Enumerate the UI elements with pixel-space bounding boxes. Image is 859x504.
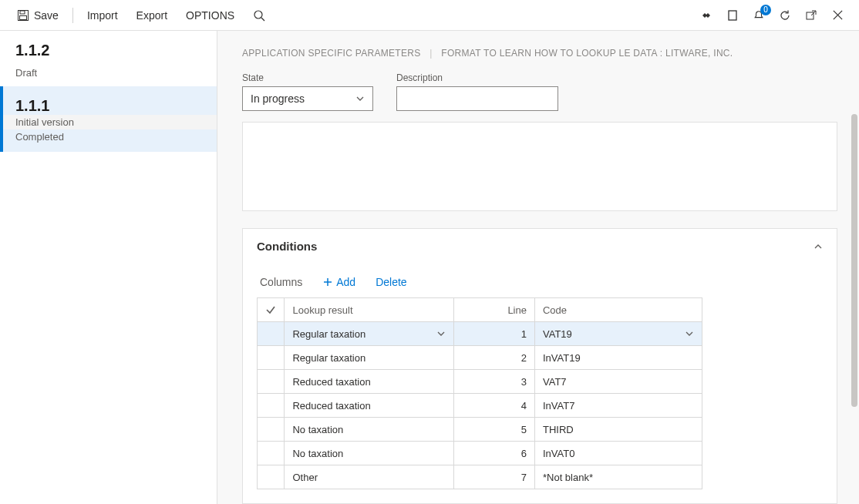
state-select[interactable]: In progress	[242, 86, 373, 111]
grid-header-check[interactable]	[258, 298, 285, 322]
row-check-cell[interactable]	[258, 418, 285, 442]
grid-header-line[interactable]: Line	[453, 298, 534, 322]
search-icon	[253, 9, 265, 22]
version-sidebar: 1.1.2 Draft 1.1.1 Initial version Comple…	[0, 31, 217, 504]
scrollbar[interactable]	[851, 114, 857, 407]
code-cell[interactable]: VAT19	[534, 322, 702, 346]
line-cell: 2	[453, 346, 534, 370]
svg-line-4	[261, 18, 264, 21]
conditions-title: Conditions	[257, 240, 317, 253]
row-check-cell[interactable]	[258, 370, 285, 394]
breadcrumb-part: APPLICATION SPECIFIC PARAMETERS	[242, 48, 421, 59]
conditions-grid: Lookup result Line Code Regular taxation…	[257, 297, 702, 489]
state-field: State In progress	[242, 72, 373, 111]
conditions-panel: Conditions Columns Add Delete	[242, 228, 837, 504]
columns-button[interactable]: Columns	[260, 276, 302, 288]
import-button[interactable]: Import	[79, 6, 126, 25]
description-field: Description	[396, 72, 558, 111]
lookup-cell[interactable]: No taxation	[285, 418, 453, 442]
breadcrumb-separator: |	[430, 48, 432, 59]
svg-point-3	[254, 11, 262, 18]
line-cell: 1	[453, 322, 534, 346]
lookup-cell[interactable]: Regular taxation	[285, 346, 453, 370]
table-row[interactable]: Other7*Not blank*	[258, 465, 702, 489]
connector-icon[interactable]	[700, 9, 712, 22]
svg-rect-5	[729, 11, 736, 20]
lookup-cell[interactable]: Other	[285, 465, 453, 489]
conditions-header[interactable]: Conditions	[243, 229, 837, 264]
table-row[interactable]: Regular taxation2InVAT19	[258, 346, 702, 370]
popout-icon[interactable]	[805, 9, 817, 22]
add-button[interactable]: Add	[322, 276, 355, 288]
conditions-body: Columns Add Delete Lookup result	[243, 264, 837, 503]
chevron-down-icon	[355, 94, 365, 103]
notifications-badge: 0	[760, 5, 771, 15]
lookup-cell[interactable]: No taxation	[285, 442, 453, 465]
lookup-cell[interactable]: Reduced taxation	[285, 394, 453, 418]
line-cell: 7	[453, 465, 534, 489]
office-icon[interactable]	[726, 9, 739, 22]
row-check-cell[interactable]	[258, 465, 285, 489]
line-cell: 3	[453, 370, 534, 394]
chevron-down-icon	[436, 329, 446, 338]
grid-header-lookup[interactable]: Lookup result	[285, 298, 453, 322]
save-label: Save	[34, 9, 59, 22]
breadcrumb: APPLICATION SPECIFIC PARAMETERS | FORMAT…	[242, 48, 837, 59]
code-cell[interactable]: THIRD	[534, 418, 702, 442]
svg-rect-1	[20, 11, 25, 14]
description-label: Description	[396, 72, 558, 83]
upper-panel	[242, 122, 837, 211]
table-row[interactable]: Reduced taxation4InVAT7	[258, 394, 702, 418]
close-icon[interactable]	[831, 9, 844, 22]
row-check-cell[interactable]	[258, 394, 285, 418]
table-row[interactable]: Regular taxation1VAT19	[258, 322, 702, 346]
code-cell[interactable]: InVAT0	[534, 442, 702, 465]
state-label: State	[242, 72, 373, 83]
description-input[interactable]	[396, 86, 558, 111]
state-value: In progress	[251, 92, 305, 105]
form-row: State In progress Description	[242, 72, 837, 111]
table-row[interactable]: No taxation5THIRD	[258, 418, 702, 442]
code-cell[interactable]: InVAT7	[534, 394, 702, 418]
refresh-icon[interactable]	[779, 9, 791, 22]
code-cell[interactable]: VAT7	[534, 370, 702, 394]
grid-toolbar: Columns Add Delete	[257, 270, 823, 297]
lookup-cell[interactable]: Reduced taxation	[285, 370, 453, 394]
version-item[interactable]: 1.1.2 Draft	[0, 31, 217, 86]
save-button[interactable]: Save	[9, 6, 66, 25]
toolbar: Save Import Export OPTIONS 0	[0, 0, 859, 31]
search-button[interactable]	[245, 6, 273, 25]
version-detail: Completed	[15, 129, 201, 144]
grid-header-code[interactable]: Code	[534, 298, 702, 322]
titlebar-icons: 0	[700, 9, 850, 22]
row-check-cell[interactable]	[258, 346, 285, 370]
code-cell[interactable]: *Not blank*	[534, 465, 702, 489]
svg-rect-6	[807, 12, 814, 19]
version-number: 1.1.1	[15, 97, 201, 115]
version-detail: Initial version	[3, 115, 217, 129]
line-cell: 5	[453, 418, 534, 442]
chevron-up-icon	[814, 242, 823, 251]
line-cell: 4	[453, 394, 534, 418]
code-cell[interactable]: InVAT19	[534, 346, 702, 370]
chevron-down-icon	[685, 329, 694, 338]
version-item-selected[interactable]: 1.1.1 Initial version Completed	[0, 86, 217, 152]
breadcrumb-part: FORMAT TO LEARN HOW TO LOOKUP LE DATA : …	[441, 48, 733, 59]
check-icon	[265, 304, 276, 315]
line-cell: 6	[453, 442, 534, 465]
table-row[interactable]: Reduced taxation3VAT7	[258, 370, 702, 394]
main-area: APPLICATION SPECIFIC PARAMETERS | FORMAT…	[217, 31, 859, 504]
options-button[interactable]: OPTIONS	[178, 6, 242, 25]
plus-icon	[322, 277, 333, 287]
lookup-cell[interactable]: Regular taxation	[285, 322, 453, 346]
save-icon	[17, 9, 29, 22]
notifications-icon[interactable]: 0	[753, 9, 765, 22]
table-row[interactable]: No taxation6InVAT0	[258, 442, 702, 465]
version-status: Draft	[15, 67, 201, 79]
export-button[interactable]: Export	[129, 6, 175, 25]
row-check-cell[interactable]	[258, 442, 285, 465]
row-check-cell[interactable]	[258, 322, 285, 346]
delete-button[interactable]: Delete	[376, 276, 406, 288]
version-number: 1.1.2	[15, 42, 201, 59]
svg-rect-2	[20, 15, 27, 19]
